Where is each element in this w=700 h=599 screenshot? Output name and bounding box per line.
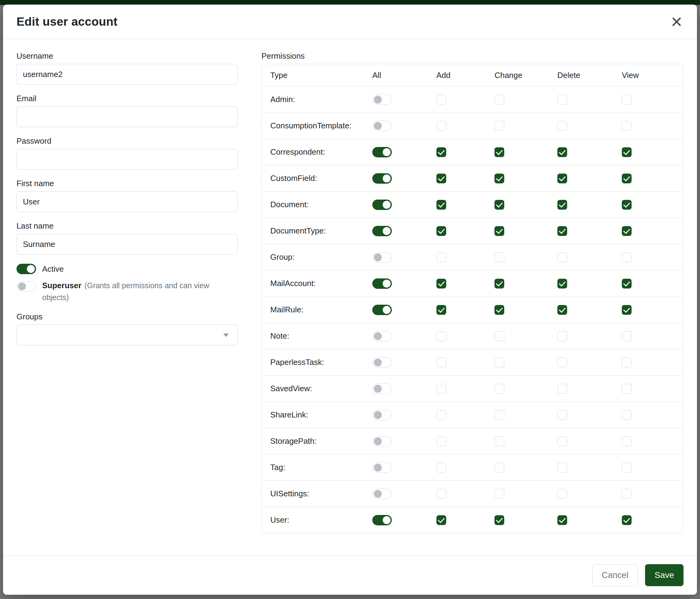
permission-add-checkbox[interactable] [436, 331, 446, 341]
permission-all-toggle[interactable] [372, 147, 392, 158]
permission-add-checkbox[interactable] [436, 121, 446, 131]
permission-all-toggle[interactable] [372, 331, 392, 341]
permission-change-checkbox[interactable] [495, 121, 504, 131]
permission-add-checkbox[interactable] [436, 95, 446, 104]
permission-all-toggle[interactable] [372, 410, 392, 420]
permission-add-checkbox[interactable] [436, 358, 446, 367]
permission-view-checkbox[interactable] [622, 200, 632, 210]
permission-delete-checkbox[interactable] [557, 253, 567, 262]
password-input[interactable] [17, 149, 238, 170]
permission-view-checkbox[interactable] [622, 305, 632, 315]
permission-delete-checkbox[interactable] [557, 200, 567, 210]
permissions-table-rows: Admin:ConsumptionTemplate:Correspondent:… [262, 86, 683, 533]
permission-add-checkbox[interactable] [436, 305, 446, 315]
permission-add-checkbox[interactable] [436, 410, 446, 420]
permission-change-checkbox[interactable] [495, 410, 504, 420]
permission-delete-checkbox[interactable] [557, 174, 567, 183]
permission-all-toggle[interactable] [372, 489, 392, 499]
permission-change-checkbox[interactable] [495, 200, 504, 210]
permission-delete-checkbox[interactable] [557, 226, 567, 236]
permission-change-checkbox[interactable] [495, 489, 504, 499]
permission-delete-checkbox[interactable] [557, 515, 567, 525]
permission-change-checkbox[interactable] [495, 147, 504, 157]
superuser-toggle-row: Superuser(Grants all permissions and can… [17, 280, 238, 304]
permission-delete-checkbox[interactable] [557, 463, 567, 473]
permission-delete-checkbox[interactable] [557, 147, 567, 157]
permission-change-checkbox[interactable] [495, 463, 504, 473]
groups-select[interactable] [17, 325, 238, 345]
permission-all-toggle[interactable] [372, 199, 392, 210]
permission-add-checkbox[interactable] [436, 515, 446, 525]
permission-add-checkbox[interactable] [436, 200, 446, 210]
permission-add-checkbox[interactable] [436, 436, 446, 446]
permission-change-checkbox[interactable] [495, 279, 504, 288]
permission-view-checkbox[interactable] [622, 226, 632, 236]
permission-change-checkbox[interactable] [495, 331, 504, 341]
permission-delete-checkbox[interactable] [557, 121, 567, 131]
permission-view-checkbox[interactable] [622, 331, 632, 341]
permission-all-toggle[interactable] [372, 436, 392, 447]
permission-change-checkbox[interactable] [495, 174, 504, 183]
permission-delete-checkbox[interactable] [557, 358, 567, 367]
permission-delete-checkbox[interactable] [557, 410, 567, 420]
permission-view-checkbox[interactable] [622, 463, 632, 473]
permission-view-checkbox[interactable] [622, 253, 632, 262]
email-input[interactable] [17, 106, 238, 127]
permission-add-checkbox[interactable] [436, 489, 446, 499]
permission-change-checkbox[interactable] [495, 384, 504, 393]
permission-add-checkbox[interactable] [436, 147, 446, 157]
permission-all-toggle[interactable] [372, 515, 392, 525]
permission-all-toggle[interactable] [372, 305, 392, 315]
permission-change-checkbox[interactable] [495, 226, 504, 236]
permission-add-checkbox[interactable] [436, 279, 446, 288]
permission-view-checkbox[interactable] [622, 410, 632, 420]
permission-delete-checkbox[interactable] [557, 279, 567, 288]
permission-all-toggle[interactable] [372, 94, 392, 105]
permission-add-checkbox[interactable] [436, 174, 446, 183]
permission-all-toggle[interactable] [372, 462, 392, 473]
permission-view-checkbox[interactable] [622, 121, 632, 131]
permission-change-checkbox[interactable] [495, 253, 504, 262]
close-icon[interactable]: × [670, 16, 683, 27]
permission-add-checkbox[interactable] [436, 384, 446, 393]
permission-all-toggle[interactable] [372, 121, 392, 131]
permission-view-checkbox[interactable] [622, 515, 632, 525]
permission-all-toggle[interactable] [372, 173, 392, 184]
permission-view-checkbox[interactable] [622, 279, 632, 288]
permission-view-checkbox[interactable] [622, 384, 632, 393]
toggle-knob [374, 437, 382, 445]
permission-view-checkbox[interactable] [622, 489, 632, 499]
first-name-input[interactable] [17, 191, 238, 212]
permission-all-toggle[interactable] [372, 384, 392, 394]
permission-all-toggle[interactable] [372, 252, 392, 263]
permission-view-checkbox[interactable] [622, 358, 632, 367]
permission-add-checkbox[interactable] [436, 463, 446, 473]
permission-delete-checkbox[interactable] [557, 489, 567, 499]
permission-change-checkbox[interactable] [495, 515, 504, 525]
permission-view-checkbox[interactable] [622, 436, 632, 446]
permission-all-toggle[interactable] [372, 357, 392, 368]
permission-add-checkbox[interactable] [436, 226, 446, 236]
permission-delete-checkbox[interactable] [557, 95, 567, 104]
superuser-toggle[interactable] [17, 281, 36, 291]
permission-delete-checkbox[interactable] [557, 436, 567, 446]
permission-type-label: Admin: [262, 87, 364, 113]
permission-view-checkbox[interactable] [622, 147, 632, 157]
permission-all-toggle[interactable] [372, 226, 392, 236]
permission-delete-checkbox[interactable] [557, 331, 567, 341]
permission-delete-checkbox[interactable] [557, 384, 567, 393]
permission-delete-checkbox[interactable] [557, 305, 567, 315]
permission-change-checkbox[interactable] [495, 436, 504, 446]
permission-change-checkbox[interactable] [495, 95, 504, 104]
save-button[interactable]: Save [645, 564, 683, 586]
permission-add-checkbox[interactable] [436, 253, 446, 262]
permission-view-checkbox[interactable] [622, 174, 632, 183]
active-toggle[interactable] [17, 264, 36, 274]
permission-all-toggle[interactable] [372, 279, 392, 289]
username-input[interactable] [17, 64, 238, 85]
permission-change-checkbox[interactable] [495, 358, 504, 367]
last-name-input[interactable] [17, 234, 238, 255]
cancel-button[interactable]: Cancel [592, 564, 638, 586]
permission-change-checkbox[interactable] [495, 305, 504, 315]
permission-view-checkbox[interactable] [622, 95, 632, 104]
